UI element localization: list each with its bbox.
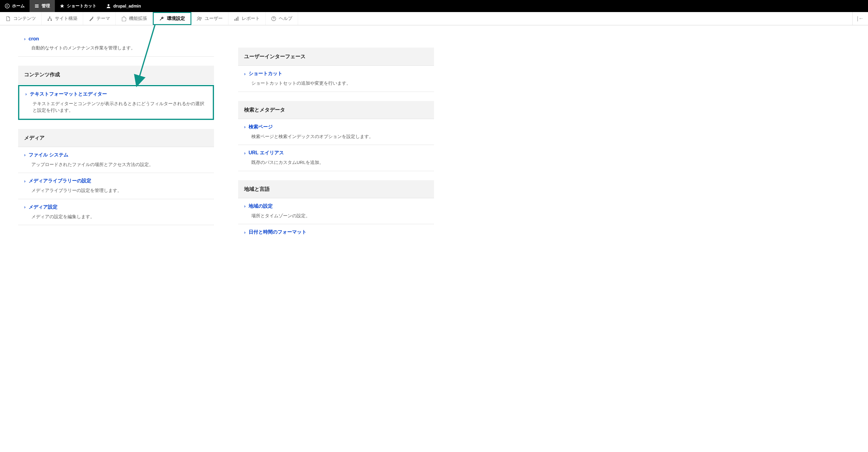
section-media: メディア — [18, 129, 214, 147]
tab-structure-label: サイト構築 — [55, 16, 78, 22]
config-item-search-pages: › 検索ページ 検索ページと検索インデックスのオプションを設定します。 — [238, 119, 434, 145]
chevron-right-icon: › — [25, 92, 27, 96]
tab-extend[interactable]: 機能拡張 — [116, 12, 153, 25]
desc-media-settings: メディアの設定を編集します。 — [31, 213, 208, 220]
link-file-system[interactable]: › ファイル システム — [24, 152, 208, 158]
tab-configuration[interactable]: 環境設定 — [153, 12, 191, 25]
shortcuts-link[interactable]: ショートカット — [55, 0, 101, 12]
user-label: drupal_admin — [113, 4, 141, 8]
link-media-settings-text: メディア設定 — [29, 204, 58, 210]
config-item-date-time: › 日付と時間のフォーマット — [238, 224, 434, 240]
wand-icon — [89, 16, 94, 22]
tab-people[interactable]: ユーザー — [191, 12, 228, 25]
star-icon — [60, 4, 64, 8]
document-icon — [5, 16, 11, 22]
link-file-system-text: ファイル システム — [29, 152, 68, 158]
tab-people-label: ユーザー — [205, 16, 223, 22]
chart-bar-icon — [234, 16, 239, 22]
home-label: ホーム — [12, 3, 25, 9]
section-regional: 地域と言語 — [238, 180, 434, 198]
link-region-settings[interactable]: › 地域の設定 — [244, 203, 428, 209]
shortcuts-label: ショートカット — [67, 3, 96, 9]
svg-point-5 — [198, 17, 199, 19]
admin-link[interactable]: 管理 — [30, 0, 55, 12]
config-item-file-system: › ファイル システム アップロードされたファイルの場所とアクセス方法の設定。 — [18, 147, 214, 173]
chevron-right-icon: › — [244, 71, 246, 76]
chevron-right-icon: › — [24, 204, 26, 209]
svg-rect-8 — [236, 18, 237, 21]
link-text-formats[interactable]: › テキストフォーマットとエディター — [25, 91, 207, 97]
tab-extend-label: 機能拡張 — [129, 16, 147, 22]
tab-help[interactable]: ヘルプ — [266, 12, 298, 25]
link-media-settings[interactable]: › メディア設定 — [24, 204, 208, 210]
desc-region-settings: 場所とタイムゾーンの設定。 — [251, 213, 428, 219]
link-shortcuts-config[interactable]: › ショートカット — [244, 70, 428, 77]
config-item-media-library: › メディアライブラリーの設定 メディアライブラリーの設定を管理します。 — [18, 173, 214, 199]
desc-search-pages: 検索ページと検索インデックスのオプションを設定します。 — [251, 133, 428, 140]
top-toolbar: ホーム 管理 ショートカット drupal_admin — [0, 0, 868, 12]
link-cron[interactable]: › cron — [24, 36, 208, 41]
link-url-alias[interactable]: › URL エイリアス — [244, 150, 428, 156]
chevron-right-icon: › — [244, 204, 246, 208]
link-cron-text: cron — [29, 36, 39, 41]
puzzle-icon — [121, 16, 127, 22]
link-text-formats-text: テキストフォーマットとエディター — [30, 91, 107, 97]
section-search: 検索とメタデータ — [238, 101, 434, 119]
admin-label: 管理 — [41, 3, 50, 9]
tab-content[interactable]: コンテンツ — [0, 12, 41, 25]
section-content-creation: コンテンツ作成 — [18, 66, 214, 84]
link-search-pages-text: 検索ページ — [249, 124, 273, 130]
home-link[interactable]: ホーム — [0, 0, 30, 12]
tab-configuration-label: 環境設定 — [167, 16, 185, 22]
tab-appearance-label: テーマ — [96, 16, 110, 22]
svg-rect-4 — [51, 20, 52, 21]
config-item-url-alias: › URL エイリアス 既存のパスにカスタムURLを追加。 — [238, 145, 434, 171]
link-region-settings-text: 地域の設定 — [249, 203, 273, 209]
right-column: ユーザーインターフェース › ショートカット ショートカットセットの追加や変更を… — [238, 25, 434, 240]
collapse-button[interactable]: |← — [852, 12, 868, 25]
svg-rect-3 — [48, 20, 49, 21]
config-item-shortcuts: › ショートカット ショートカットセットの追加や変更を行います。 — [238, 66, 434, 92]
desc-cron: 自動的なサイトのメンテナンス作業を管理します。 — [31, 44, 208, 52]
svg-rect-2 — [49, 17, 50, 18]
tab-reports[interactable]: レポート — [228, 12, 266, 25]
config-item-media-settings: › メディア設定 メディアの設定を編集します。 — [18, 199, 214, 225]
chevron-right-icon: › — [24, 36, 26, 41]
svg-point-0 — [5, 4, 9, 8]
chevron-right-icon: › — [244, 151, 246, 156]
back-circle-icon — [5, 4, 10, 8]
main-content: › cron 自動的なサイトのメンテナンス作業を管理します。 コンテンツ作成 ›… — [0, 25, 452, 240]
link-date-time-text: 日付と時間のフォーマット — [249, 229, 307, 235]
svg-point-6 — [200, 17, 202, 19]
tab-structure[interactable]: サイト構築 — [41, 12, 83, 25]
desc-shortcuts: ショートカットセットの追加や変更を行います。 — [251, 80, 428, 87]
tab-reports-label: レポート — [242, 16, 260, 22]
user-link[interactable]: drupal_admin — [101, 0, 146, 12]
users-icon — [197, 16, 202, 22]
help-icon — [271, 16, 276, 22]
section-ui: ユーザーインターフェース — [238, 47, 434, 66]
config-item-text-formats: › テキストフォーマットとエディター テキストエディターとコンテンツが表示される… — [18, 85, 214, 120]
tab-help-label: ヘルプ — [279, 16, 292, 22]
svg-rect-9 — [238, 17, 239, 21]
link-url-alias-text: URL エイリアス — [249, 150, 284, 156]
wrench-icon — [159, 16, 164, 22]
chevron-right-icon: › — [24, 179, 26, 184]
user-icon — [106, 4, 111, 8]
tab-appearance[interactable]: テーマ — [83, 12, 116, 25]
link-search-pages[interactable]: › 検索ページ — [244, 124, 428, 130]
left-column: › cron 自動的なサイトのメンテナンス作業を管理します。 コンテンツ作成 ›… — [18, 25, 214, 240]
link-media-library[interactable]: › メディアライブラリーの設定 — [24, 178, 208, 184]
tab-content-label: コンテンツ — [13, 16, 36, 22]
svg-rect-7 — [235, 19, 236, 21]
chevron-right-icon: › — [244, 230, 246, 235]
chevron-right-icon: › — [244, 124, 246, 129]
link-shortcuts-text: ショートカット — [249, 70, 282, 77]
chevron-right-icon: › — [24, 153, 26, 157]
admin-tabs: コンテンツ サイト構築 テーマ 機能拡張 環境設定 ユーザー レポート ヘルプ … — [0, 12, 868, 25]
desc-url-alias: 既存のパスにカスタムURLを追加。 — [251, 159, 428, 166]
link-date-time[interactable]: › 日付と時間のフォーマット — [244, 229, 428, 235]
config-item-region-settings: › 地域の設定 場所とタイムゾーンの設定。 — [238, 198, 434, 225]
config-item-cron: › cron 自動的なサイトのメンテナンス作業を管理します。 — [18, 31, 214, 57]
svg-point-1 — [107, 4, 110, 6]
